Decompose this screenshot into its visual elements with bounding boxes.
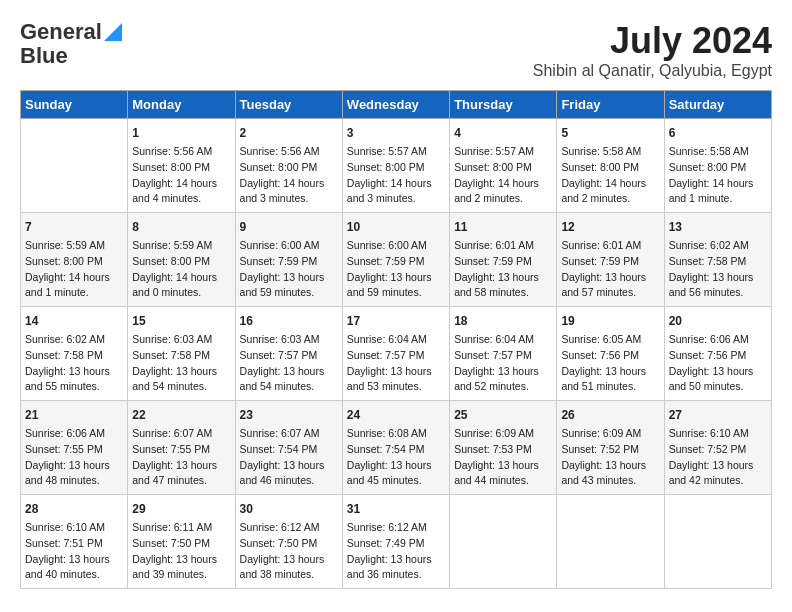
- day-number: 11: [454, 218, 552, 236]
- day-number: 28: [25, 500, 123, 518]
- cell-text: Daylight: 13 hours: [347, 364, 445, 380]
- cell-text: and 50 minutes.: [669, 379, 767, 395]
- cell-text: Sunset: 7:51 PM: [25, 536, 123, 552]
- calendar-cell: [557, 495, 664, 589]
- cell-text: Sunrise: 6:01 AM: [454, 238, 552, 254]
- calendar-cell: 29Sunrise: 6:11 AMSunset: 7:50 PMDayligh…: [128, 495, 235, 589]
- cell-text: Sunrise: 5:57 AM: [347, 144, 445, 160]
- day-number: 27: [669, 406, 767, 424]
- day-header-saturday: Saturday: [664, 91, 771, 119]
- cell-text: Daylight: 13 hours: [240, 364, 338, 380]
- cell-text: Daylight: 13 hours: [240, 552, 338, 568]
- day-number: 10: [347, 218, 445, 236]
- calendar-cell: [21, 119, 128, 213]
- calendar-cell: 20Sunrise: 6:06 AMSunset: 7:56 PMDayligh…: [664, 307, 771, 401]
- calendar-cell: 2Sunrise: 5:56 AMSunset: 8:00 PMDaylight…: [235, 119, 342, 213]
- calendar-cell: 30Sunrise: 6:12 AMSunset: 7:50 PMDayligh…: [235, 495, 342, 589]
- cell-text: Sunrise: 6:06 AM: [669, 332, 767, 348]
- day-header-monday: Monday: [128, 91, 235, 119]
- cell-text: Sunrise: 6:12 AM: [347, 520, 445, 536]
- cell-text: Sunrise: 6:07 AM: [240, 426, 338, 442]
- day-header-thursday: Thursday: [450, 91, 557, 119]
- calendar-week-row: 14Sunrise: 6:02 AMSunset: 7:58 PMDayligh…: [21, 307, 772, 401]
- day-number: 18: [454, 312, 552, 330]
- cell-text: Daylight: 13 hours: [132, 364, 230, 380]
- cell-text: Sunrise: 6:09 AM: [454, 426, 552, 442]
- cell-text: Sunrise: 5:58 AM: [561, 144, 659, 160]
- day-number: 2: [240, 124, 338, 142]
- cell-text: and 53 minutes.: [347, 379, 445, 395]
- day-number: 1: [132, 124, 230, 142]
- cell-text: and 1 minute.: [669, 191, 767, 207]
- day-number: 12: [561, 218, 659, 236]
- calendar-cell: 4Sunrise: 5:57 AMSunset: 8:00 PMDaylight…: [450, 119, 557, 213]
- cell-text: Daylight: 13 hours: [347, 458, 445, 474]
- cell-text: Daylight: 13 hours: [25, 364, 123, 380]
- calendar-cell: 16Sunrise: 6:03 AMSunset: 7:57 PMDayligh…: [235, 307, 342, 401]
- cell-text: Daylight: 13 hours: [669, 458, 767, 474]
- cell-text: Sunrise: 6:06 AM: [25, 426, 123, 442]
- calendar-cell: [450, 495, 557, 589]
- cell-text: Sunrise: 6:08 AM: [347, 426, 445, 442]
- calendar-cell: 13Sunrise: 6:02 AMSunset: 7:58 PMDayligh…: [664, 213, 771, 307]
- cell-text: Daylight: 13 hours: [240, 270, 338, 286]
- cell-text: Sunset: 7:57 PM: [454, 348, 552, 364]
- calendar-cell: 8Sunrise: 5:59 AMSunset: 8:00 PMDaylight…: [128, 213, 235, 307]
- cell-text: Sunset: 7:55 PM: [132, 442, 230, 458]
- cell-text: Sunrise: 5:59 AM: [132, 238, 230, 254]
- cell-text: Daylight: 13 hours: [132, 552, 230, 568]
- cell-text: Sunrise: 5:56 AM: [240, 144, 338, 160]
- calendar-cell: 7Sunrise: 5:59 AMSunset: 8:00 PMDaylight…: [21, 213, 128, 307]
- cell-text: Daylight: 13 hours: [240, 458, 338, 474]
- calendar-title: July 2024: [533, 20, 772, 62]
- cell-text: Daylight: 14 hours: [132, 176, 230, 192]
- calendar-table: SundayMondayTuesdayWednesdayThursdayFrid…: [20, 90, 772, 589]
- cell-text: Sunset: 7:52 PM: [561, 442, 659, 458]
- page-header: General Blue July 2024 Shibin al Qanatir…: [20, 20, 772, 80]
- day-number: 30: [240, 500, 338, 518]
- calendar-cell: 10Sunrise: 6:00 AMSunset: 7:59 PMDayligh…: [342, 213, 449, 307]
- cell-text: Daylight: 14 hours: [454, 176, 552, 192]
- cell-text: Sunrise: 5:58 AM: [669, 144, 767, 160]
- cell-text: Sunrise: 6:03 AM: [132, 332, 230, 348]
- cell-text: Sunset: 7:54 PM: [347, 442, 445, 458]
- day-number: 7: [25, 218, 123, 236]
- logo-arrow-icon: [104, 23, 122, 41]
- cell-text: Sunset: 8:00 PM: [454, 160, 552, 176]
- calendar-cell: 9Sunrise: 6:00 AMSunset: 7:59 PMDaylight…: [235, 213, 342, 307]
- day-number: 21: [25, 406, 123, 424]
- svg-marker-0: [104, 23, 122, 41]
- calendar-cell: 1Sunrise: 5:56 AMSunset: 8:00 PMDaylight…: [128, 119, 235, 213]
- day-number: 20: [669, 312, 767, 330]
- calendar-cell: 23Sunrise: 6:07 AMSunset: 7:54 PMDayligh…: [235, 401, 342, 495]
- calendar-cell: 6Sunrise: 5:58 AMSunset: 8:00 PMDaylight…: [664, 119, 771, 213]
- cell-text: and 45 minutes.: [347, 473, 445, 489]
- cell-text: and 47 minutes.: [132, 473, 230, 489]
- cell-text: and 51 minutes.: [561, 379, 659, 395]
- cell-text: Sunset: 7:49 PM: [347, 536, 445, 552]
- day-header-wednesday: Wednesday: [342, 91, 449, 119]
- title-block: July 2024 Shibin al Qanatir, Qalyubia, E…: [533, 20, 772, 80]
- day-number: 9: [240, 218, 338, 236]
- calendar-cell: 18Sunrise: 6:04 AMSunset: 7:57 PMDayligh…: [450, 307, 557, 401]
- cell-text: and 4 minutes.: [132, 191, 230, 207]
- cell-text: Sunset: 8:00 PM: [132, 160, 230, 176]
- cell-text: Sunset: 7:52 PM: [669, 442, 767, 458]
- cell-text: Sunrise: 6:00 AM: [347, 238, 445, 254]
- calendar-cell: 26Sunrise: 6:09 AMSunset: 7:52 PMDayligh…: [557, 401, 664, 495]
- cell-text: and 3 minutes.: [240, 191, 338, 207]
- cell-text: Daylight: 13 hours: [561, 270, 659, 286]
- calendar-cell: 17Sunrise: 6:04 AMSunset: 7:57 PMDayligh…: [342, 307, 449, 401]
- cell-text: Sunset: 7:59 PM: [454, 254, 552, 270]
- cell-text: Sunset: 7:57 PM: [240, 348, 338, 364]
- calendar-cell: 19Sunrise: 6:05 AMSunset: 7:56 PMDayligh…: [557, 307, 664, 401]
- cell-text: Daylight: 13 hours: [347, 552, 445, 568]
- cell-text: Sunrise: 6:02 AM: [669, 238, 767, 254]
- day-number: 17: [347, 312, 445, 330]
- cell-text: Daylight: 13 hours: [669, 364, 767, 380]
- cell-text: Sunset: 7:59 PM: [561, 254, 659, 270]
- cell-text: and 54 minutes.: [132, 379, 230, 395]
- cell-text: Sunrise: 6:09 AM: [561, 426, 659, 442]
- cell-text: Sunset: 8:00 PM: [561, 160, 659, 176]
- cell-text: Daylight: 13 hours: [454, 458, 552, 474]
